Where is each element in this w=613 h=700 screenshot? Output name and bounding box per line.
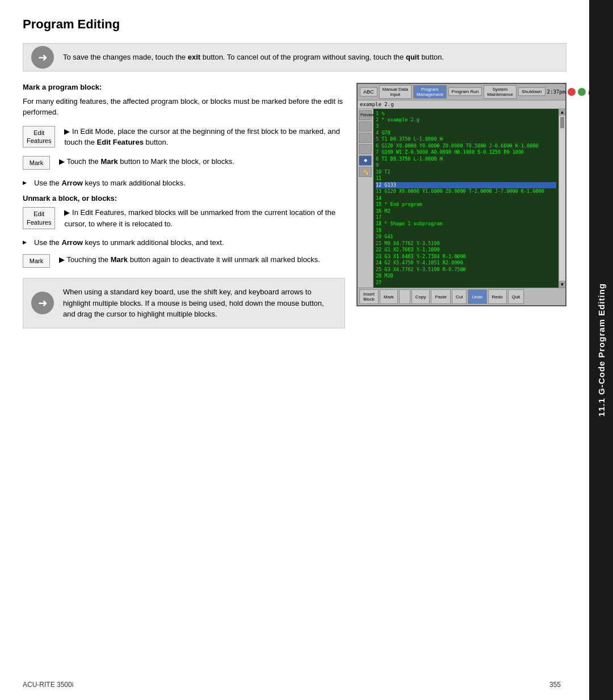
unmark-step1-text: ▶ In Edit Features, marked blocks will b… (64, 207, 345, 229)
unmark-step3-row: Mark ▶ Touching the Mark button again to… (23, 254, 345, 268)
code-line-13: 13 G120 X0.0000 Y1.0000 Z0.0000 T-2.0000… (376, 188, 544, 194)
cnc-footer-copy[interactable]: Copy (412, 289, 430, 304)
cnc-body: Preview ◆ ✏️ 1 % 2 * example 2.g 3 (358, 109, 565, 288)
page-title: Program Editing (23, 17, 566, 32)
cnc-label-row: example 2.g (358, 100, 565, 109)
left-column: Mark a program block: For many editing f… (23, 83, 345, 340)
footer-right: 355 (549, 681, 561, 689)
cnc-footer-undo[interactable]: Undo (468, 289, 486, 304)
cnc-preview-btn[interactable]: Preview (359, 110, 372, 120)
cnc-footer: InsertBlock Mark Copy Paste Cut Undo Red… (358, 288, 565, 305)
arrow-icon-2: ➜ (31, 292, 54, 314)
mark-step1-text: ▶ In Edit Mode, place the cursor at the … (64, 126, 345, 148)
cnc-footer-cut[interactable]: Cut (452, 289, 467, 304)
code-line-15: 15 * End program (376, 201, 422, 207)
cnc-footer-paste[interactable]: Paste (431, 289, 450, 304)
sidebar-label: 11.1 G-Code Program Editing (597, 283, 606, 416)
mark-step1-row: EditFeatures ▶ In Edit Mode, place the c… (23, 126, 345, 148)
mark-button-1[interactable]: Mark (23, 156, 50, 170)
arrow-icon-1: ➜ (31, 46, 54, 69)
info-text-1: To save the changes made, touch the exit… (63, 53, 444, 61)
footer-left: ACU-RITE 3500i (23, 681, 73, 689)
cnc-footer-redo[interactable]: Redo (488, 289, 507, 304)
code-line-1: 1 % (376, 111, 384, 116)
info-box-1: ➜ To save the changes made, touch the ex… (23, 43, 566, 71)
cnc-side-btn-4[interactable]: ✏️ (359, 167, 372, 177)
code-line-14: 14 (376, 195, 381, 201)
cnc-btn-program-run[interactable]: Program Run (448, 87, 482, 96)
edit-features-button-1[interactable]: EditFeatures (23, 126, 55, 148)
unmark-section-heading: Unmark a block, or blocks: (23, 194, 345, 203)
code-line-16: 16 M2 (376, 208, 391, 214)
cnc-time-label: 2:37pm (547, 89, 566, 95)
info-box-2: ➜ When using a standard key board, use t… (23, 278, 345, 328)
mark-button-2[interactable]: Mark (23, 254, 50, 268)
code-line-24: 24 G2 X3.4750 Y-4.1051 R2.0090 (376, 260, 463, 265)
cnc-scroll-thumb (560, 117, 564, 128)
page-footer: ACU-RITE 3500i 355 (23, 681, 561, 689)
cnc-btn-system[interactable]: SystemMaintenance (484, 85, 517, 99)
mark-step2-text: ▶ Touch the Mark button to Mark the bloc… (59, 156, 345, 167)
code-line-17: 17 (376, 214, 381, 220)
code-line-9: 9 (376, 162, 379, 168)
cnc-scroll-down[interactable]: ▼ (559, 281, 565, 288)
cnc-side-btn-1[interactable] (359, 121, 372, 132)
unmark-step2-text: Use the Arrow keys to unmark additional … (23, 237, 345, 248)
cnc-footer-mark[interactable]: Mark (380, 289, 398, 304)
cnc-footer-quit[interactable]: Quit (508, 289, 524, 304)
cnc-scrollbar[interactable]: ▲ ▼ (559, 109, 565, 288)
cnc-left-buttons: Preview ◆ ✏️ (358, 109, 373, 288)
code-line-11: 11 (376, 175, 381, 181)
cnc-side-btn-3[interactable] (359, 144, 372, 154)
code-line-6: 6 G120 X0.0000 Y0.0000 Z0.0000 T0.5000 J… (376, 143, 539, 149)
cnc-scroll-up[interactable]: ▲ (559, 109, 565, 116)
unmark-step3-text: ▶ Touching the Mark button again to deac… (59, 254, 345, 265)
cnc-side-btn-2[interactable] (359, 133, 372, 143)
cnc-time: 2:37pm 📷 (547, 88, 595, 96)
code-line-18: 18 * Shape 1 subprogram (376, 221, 443, 226)
code-line-10: 10 T2 (376, 169, 391, 175)
code-line-4: 4 G70 (376, 130, 391, 136)
cnc-btn-abc[interactable]: ABC (360, 87, 377, 96)
cnc-scroll-track (559, 116, 565, 281)
cnc-footer-empty (399, 289, 410, 304)
info-text-2: When using a standard key board, use the… (63, 288, 324, 318)
cnc-status-icon-red (568, 88, 576, 96)
cnc-status-icon-green (578, 88, 586, 96)
cnc-btn-shutdown[interactable]: Shutdown (518, 87, 545, 96)
code-line-19: 19 (376, 227, 381, 233)
right-column: ABC Manual DataInput ProgramManagement P… (356, 83, 566, 340)
mark-step2-row: Mark ▶ Touch the Mark button to Mark the… (23, 156, 345, 170)
code-line-21: 21 M0 X4.7762 Y-3.5199 (376, 241, 440, 246)
code-line-2: 2 * example 2.g (376, 117, 419, 123)
mark-section-heading: Mark a program block: (23, 83, 345, 91)
code-line-7: 7 G169 W1 Z-0.5000 A0.0500 H0.1000 S-0.1… (376, 149, 524, 155)
cnc-footer-insert[interactable]: InsertBlock (359, 289, 379, 304)
two-col-layout: Mark a program block: For many editing f… (23, 83, 566, 340)
code-line-8: 8 T2 D0.3750 L-1.0000 H (376, 156, 443, 162)
cnc-side-btn-diamond[interactable]: ◆ (359, 155, 372, 166)
main-content: Program Editing ➜ To save the changes ma… (0, 0, 589, 700)
edit-features-button-2[interactable]: EditFeatures (23, 207, 55, 229)
code-line-27: 27 (376, 280, 381, 285)
code-line-5: 5 T1 D0.3750 L-1.0000 H (376, 136, 443, 142)
code-line-22: 22 G1 X2.7663 Y-1.1009 (376, 247, 440, 252)
unmark-step1-row: EditFeatures ▶ In Edit Features, marked … (23, 207, 345, 229)
code-line-23: 23 G3 X1.6463 Y-2.7384 R-1.0000 (376, 254, 466, 259)
code-line-12: 12 G133 (376, 182, 556, 188)
cnc-header: ABC Manual DataInput ProgramManagement P… (358, 84, 565, 100)
page-container: Program Editing ➜ To save the changes ma… (0, 0, 613, 700)
sidebar-right: 11.1 G-Code Program Editing (589, 0, 613, 700)
code-line-20: 20 G41 (376, 234, 393, 239)
code-line-25: 25 G3 X4.7762 Y-3.5199 R-0.7500 (376, 267, 466, 272)
cnc-btn-manual-data[interactable]: Manual DataInput (379, 85, 412, 99)
cnc-btn-program-mgmt[interactable]: ProgramManagement (413, 85, 447, 99)
code-line-3: 3 (376, 123, 379, 129)
mark-step3-text: Use the Arrow keys to mark additional bl… (23, 178, 345, 189)
cnc-screen: ABC Manual DataInput ProgramManagement P… (356, 83, 566, 307)
cnc-file-label: example 2.g (360, 102, 394, 107)
code-line-26: 26 M20 (376, 273, 393, 279)
cnc-code-content: 1 % 2 * example 2.g 3 4 G70 5 T1 D0.3750… (373, 109, 559, 288)
mark-section-intro: For many editing features, the affected … (23, 96, 345, 118)
